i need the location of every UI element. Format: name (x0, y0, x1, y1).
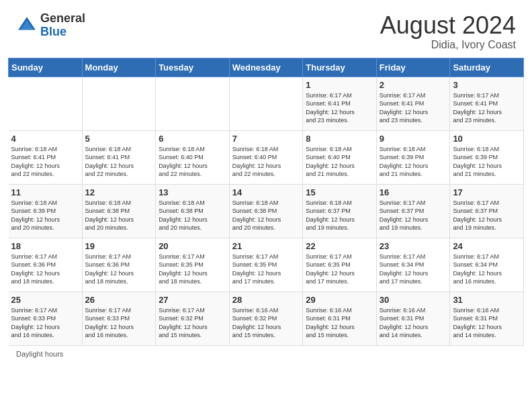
day-number: 2 (380, 80, 447, 90)
day-info: Sunrise: 6:17 AM Sunset: 6:36 PM Dayligh… (85, 253, 153, 286)
day-number: 10 (453, 134, 521, 144)
empty-cell (82, 77, 156, 130)
calendar-day-9: 9Sunrise: 6:18 AM Sunset: 6:39 PM Daylig… (376, 130, 450, 184)
day-number: 11 (11, 187, 79, 197)
day-info: Sunrise: 6:18 AM Sunset: 6:40 PM Dayligh… (159, 145, 226, 179)
day-number: 23 (380, 241, 447, 251)
calendar-day-14: 14Sunrise: 6:18 AM Sunset: 6:38 PM Dayli… (229, 184, 303, 238)
day-number: 17 (453, 187, 521, 197)
day-number: 31 (453, 295, 521, 305)
calendar-day-4: 4Sunrise: 6:18 AM Sunset: 6:41 PM Daylig… (9, 130, 83, 184)
day-number: 14 (232, 187, 300, 197)
logo-general: General (40, 12, 85, 26)
day-header-monday: Monday (82, 58, 156, 77)
day-info: Sunrise: 6:17 AM Sunset: 6:35 PM Dayligh… (306, 253, 373, 286)
day-number: 28 (232, 295, 300, 305)
day-info: Sunrise: 6:18 AM Sunset: 6:40 PM Dayligh… (306, 145, 373, 179)
calendar-day-17: 17Sunrise: 6:17 AM Sunset: 6:37 PM Dayli… (450, 184, 524, 238)
calendar-day-2: 2Sunrise: 6:17 AM Sunset: 6:41 PM Daylig… (376, 77, 450, 130)
calendar-title: August 2024 (380, 12, 516, 39)
day-info: Sunrise: 6:17 AM Sunset: 6:33 PM Dayligh… (11, 306, 79, 340)
calendar-day-29: 29Sunrise: 6:16 AM Sunset: 6:31 PM Dayli… (303, 291, 377, 345)
empty-cell (229, 77, 303, 130)
day-number: 20 (159, 241, 226, 251)
calendar-day-11: 11Sunrise: 6:18 AM Sunset: 6:39 PM Dayli… (9, 184, 83, 238)
day-info: Sunrise: 6:16 AM Sunset: 6:32 PM Dayligh… (232, 306, 300, 340)
day-info: Sunrise: 6:18 AM Sunset: 6:38 PM Dayligh… (232, 199, 300, 232)
day-number: 13 (159, 187, 226, 197)
day-info: Sunrise: 6:18 AM Sunset: 6:37 PM Dayligh… (306, 199, 373, 232)
calendar-week-4: 18Sunrise: 6:17 AM Sunset: 6:36 PM Dayli… (9, 238, 524, 291)
day-header-sunday: Sunday (9, 58, 83, 77)
calendar-day-8: 8Sunrise: 6:18 AM Sunset: 6:40 PM Daylig… (303, 130, 377, 184)
calendar-day-5: 5Sunrise: 6:18 AM Sunset: 6:41 PM Daylig… (82, 130, 156, 184)
day-info: Sunrise: 6:16 AM Sunset: 6:31 PM Dayligh… (380, 306, 447, 340)
title-block: August 2024 Didia, Ivory Coast (380, 12, 516, 51)
calendar-day-12: 12Sunrise: 6:18 AM Sunset: 6:38 PM Dayli… (82, 184, 156, 238)
calendar-week-5: 25Sunrise: 6:17 AM Sunset: 6:33 PM Dayli… (9, 291, 524, 345)
day-header-friday: Friday (376, 58, 450, 77)
day-number: 24 (453, 241, 521, 251)
calendar-day-20: 20Sunrise: 6:17 AM Sunset: 6:35 PM Dayli… (156, 238, 230, 291)
daylight-label: Daylight hours (16, 350, 63, 358)
day-header-tuesday: Tuesday (156, 58, 230, 77)
day-info: Sunrise: 6:17 AM Sunset: 6:41 PM Dayligh… (453, 91, 521, 125)
day-number: 21 (232, 241, 300, 251)
calendar-day-15: 15Sunrise: 6:18 AM Sunset: 6:37 PM Dayli… (303, 184, 377, 238)
day-number: 27 (159, 295, 226, 305)
day-number: 5 (85, 134, 153, 144)
calendar-day-27: 27Sunrise: 6:17 AM Sunset: 6:32 PM Dayli… (156, 291, 230, 345)
calendar-day-25: 25Sunrise: 6:17 AM Sunset: 6:33 PM Dayli… (9, 291, 83, 345)
day-info: Sunrise: 6:18 AM Sunset: 6:38 PM Dayligh… (159, 199, 226, 232)
day-number: 1 (306, 80, 373, 90)
day-number: 6 (159, 134, 226, 144)
day-info: Sunrise: 6:17 AM Sunset: 6:37 PM Dayligh… (453, 199, 521, 232)
day-number: 4 (11, 134, 79, 144)
day-number: 16 (380, 187, 447, 197)
day-info: Sunrise: 6:17 AM Sunset: 6:33 PM Dayligh… (85, 306, 153, 340)
day-info: Sunrise: 6:18 AM Sunset: 6:39 PM Dayligh… (380, 145, 447, 179)
day-info: Sunrise: 6:17 AM Sunset: 6:35 PM Dayligh… (159, 253, 226, 286)
day-info: Sunrise: 6:18 AM Sunset: 6:39 PM Dayligh… (11, 199, 79, 232)
day-info: Sunrise: 6:17 AM Sunset: 6:32 PM Dayligh… (159, 306, 226, 340)
day-info: Sunrise: 6:17 AM Sunset: 6:41 PM Dayligh… (380, 91, 447, 125)
day-number: 19 (85, 241, 153, 251)
day-number: 9 (380, 134, 447, 144)
calendar-day-22: 22Sunrise: 6:17 AM Sunset: 6:35 PM Dayli… (303, 238, 377, 291)
calendar-day-3: 3Sunrise: 6:17 AM Sunset: 6:41 PM Daylig… (450, 77, 524, 130)
day-info: Sunrise: 6:18 AM Sunset: 6:40 PM Dayligh… (232, 145, 300, 179)
logo-icon (16, 15, 38, 36)
day-info: Sunrise: 6:17 AM Sunset: 6:41 PM Dayligh… (306, 91, 373, 125)
calendar-day-23: 23Sunrise: 6:17 AM Sunset: 6:34 PM Dayli… (376, 238, 450, 291)
calendar-day-26: 26Sunrise: 6:17 AM Sunset: 6:33 PM Dayli… (82, 291, 156, 345)
days-header-row: SundayMondayTuesdayWednesdayThursdayFrid… (9, 58, 524, 77)
calendar-day-7: 7Sunrise: 6:18 AM Sunset: 6:40 PM Daylig… (229, 130, 303, 184)
calendar-day-19: 19Sunrise: 6:17 AM Sunset: 6:36 PM Dayli… (82, 238, 156, 291)
logo: General Blue (16, 12, 85, 39)
day-number: 12 (85, 187, 153, 197)
calendar-day-1: 1Sunrise: 6:17 AM Sunset: 6:41 PM Daylig… (303, 77, 377, 130)
calendar-day-31: 31Sunrise: 6:16 AM Sunset: 6:31 PM Dayli… (450, 291, 524, 345)
day-number: 7 (232, 134, 300, 144)
day-header-wednesday: Wednesday (229, 58, 303, 77)
day-number: 22 (306, 241, 373, 251)
day-info: Sunrise: 6:18 AM Sunset: 6:41 PM Dayligh… (85, 145, 153, 179)
day-number: 8 (306, 134, 373, 144)
calendar-week-1: 1Sunrise: 6:17 AM Sunset: 6:41 PM Daylig… (9, 77, 524, 130)
day-info: Sunrise: 6:17 AM Sunset: 6:35 PM Dayligh… (232, 253, 300, 286)
day-info: Sunrise: 6:17 AM Sunset: 6:37 PM Dayligh… (380, 199, 447, 232)
day-header-saturday: Saturday (450, 58, 524, 77)
day-number: 29 (306, 295, 373, 305)
day-info: Sunrise: 6:16 AM Sunset: 6:31 PM Dayligh… (453, 306, 521, 340)
calendar-day-28: 28Sunrise: 6:16 AM Sunset: 6:32 PM Dayli… (229, 291, 303, 345)
calendar-day-30: 30Sunrise: 6:16 AM Sunset: 6:31 PM Dayli… (376, 291, 450, 345)
calendar-day-10: 10Sunrise: 6:18 AM Sunset: 6:39 PM Dayli… (450, 130, 524, 184)
day-info: Sunrise: 6:17 AM Sunset: 6:34 PM Dayligh… (380, 253, 447, 286)
empty-cell (156, 77, 230, 130)
day-number: 18 (11, 241, 79, 251)
calendar-subtitle: Didia, Ivory Coast (380, 39, 516, 51)
calendar-day-21: 21Sunrise: 6:17 AM Sunset: 6:35 PM Dayli… (229, 238, 303, 291)
day-info: Sunrise: 6:16 AM Sunset: 6:31 PM Dayligh… (306, 306, 373, 340)
calendar-day-18: 18Sunrise: 6:17 AM Sunset: 6:36 PM Dayli… (9, 238, 83, 291)
calendar-day-24: 24Sunrise: 6:17 AM Sunset: 6:34 PM Dayli… (450, 238, 524, 291)
